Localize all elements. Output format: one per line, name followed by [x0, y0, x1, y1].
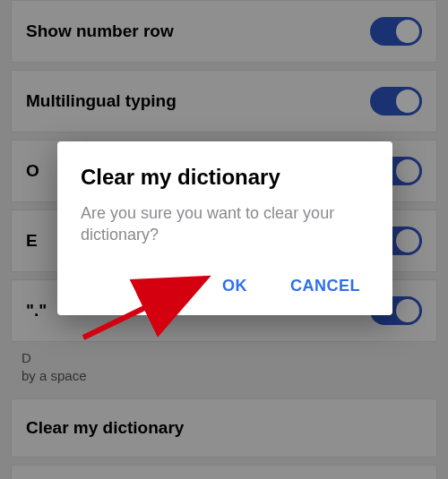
confirm-dialog: Clear my dictionary Are you sure you wan… [57, 141, 392, 315]
dialog-message: Are you sure you want to clear your dict… [81, 202, 369, 246]
cancel-button[interactable]: CANCEL [287, 269, 364, 303]
ok-button[interactable]: OK [219, 269, 251, 303]
dialog-title: Clear my dictionary [81, 165, 369, 190]
dialog-actions: OK CANCEL [81, 269, 369, 303]
